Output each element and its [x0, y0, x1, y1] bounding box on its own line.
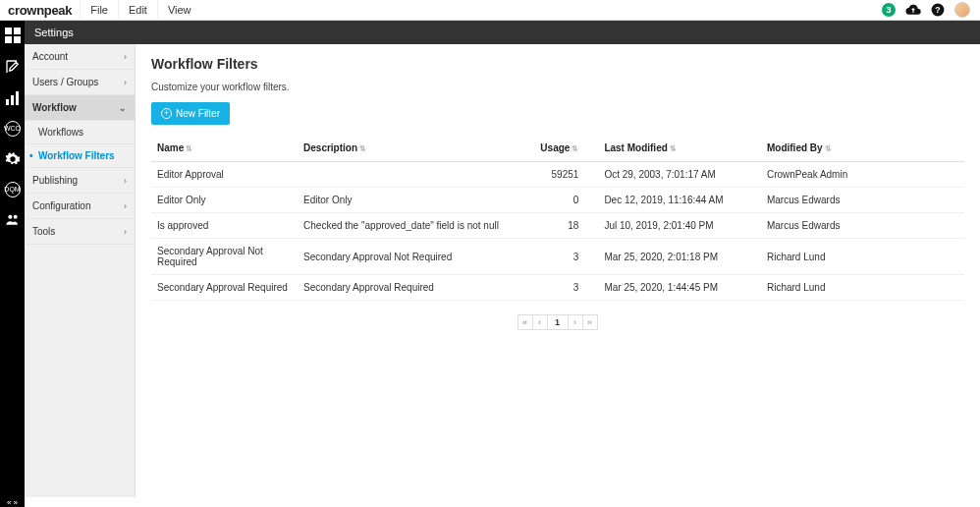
sidebar-item-users-groups[interactable]: Users / Groups › [25, 70, 135, 95]
col-name[interactable]: Name⇅ [151, 135, 298, 162]
sidebar-item-label: Account [32, 51, 68, 62]
cloud-icon[interactable] [905, 4, 921, 16]
menu-file[interactable]: File [80, 0, 118, 21]
page-title: Workflow Filters [151, 56, 964, 72]
chevron-right-icon: › [124, 78, 127, 87]
sidebar-item-label: Tools [32, 226, 55, 237]
cell-last-modified: Dec 12, 2019, 11:16:44 AM [598, 188, 761, 213]
chevron-right-icon: › [124, 201, 127, 211]
svg-rect-6 [6, 99, 9, 105]
sidebar-item-publishing[interactable]: Publishing › [25, 168, 135, 194]
svg-point-10 [13, 215, 17, 219]
cell-description: Secondary Approval Required [298, 275, 517, 301]
main-content: Workflow Filters Customize your workflow… [136, 44, 980, 497]
svg-rect-5 [14, 36, 21, 43]
cell-usage: 18 [517, 213, 599, 239]
sidebar-item-label: Configuration [32, 200, 90, 211]
pagination: « ‹ 1 › » [151, 314, 964, 330]
sidebar-item-account[interactable]: Account › [25, 44, 135, 70]
sidebar-item-workflow[interactable]: Workflow ⌄ [25, 95, 135, 121]
new-filter-button[interactable]: + New Filter [151, 102, 230, 125]
chevron-right-icon: › [124, 52, 127, 62]
cell-description: Checked the "approved_date" field is not… [298, 213, 517, 239]
settings-sidebar: Account › Users / Groups › Workflow ⌄ Wo… [25, 44, 136, 497]
topbar-right: 3 ? [882, 2, 980, 18]
settings-icon[interactable] [4, 150, 22, 168]
cell-usage: 0 [517, 188, 599, 213]
chevron-right-icon: › [124, 176, 127, 186]
svg-point-9 [8, 215, 12, 219]
cell-description [298, 162, 517, 188]
rail-expand-toggle[interactable]: « » [0, 497, 25, 507]
table-row[interactable]: Secondary Approval RequiredSecondary App… [151, 275, 964, 301]
filters-table: Name⇅ Description⇅ Usage⇅ Last Modified⇅… [151, 135, 964, 301]
svg-rect-3 [14, 28, 21, 34]
col-modified-by[interactable]: Modified By⇅ [761, 135, 964, 162]
svg-text:?: ? [935, 5, 940, 15]
svg-rect-2 [5, 28, 12, 34]
icon-rail: WCO DQM [0, 21, 25, 497]
cell-last-modified: Mar 25, 2020, 2:01:18 PM [598, 239, 761, 275]
sidebar-sub-workflow-filters[interactable]: Workflow Filters [25, 144, 135, 168]
table-row[interactable]: Editor OnlyEditor Only0Dec 12, 2019, 11:… [151, 188, 964, 213]
cell-description: Secondary Approval Not Required [298, 239, 517, 275]
analytics-icon[interactable] [4, 89, 22, 107]
col-usage[interactable]: Usage⇅ [517, 135, 599, 162]
menu-edit[interactable]: Edit [118, 0, 157, 21]
menu-view[interactable]: View [157, 0, 201, 21]
pager-current[interactable]: 1 [547, 314, 569, 330]
dqm-icon[interactable]: DQM [5, 182, 21, 197]
top-bar: crownpeak File Edit View 3 ? [0, 0, 980, 21]
svg-rect-8 [16, 91, 19, 105]
chevron-down-icon: ⌄ [119, 103, 127, 113]
wco-icon[interactable]: WCO [5, 121, 21, 137]
pager-next[interactable]: › [568, 314, 583, 330]
sidebar-sub-workflows[interactable]: Workflows [25, 121, 135, 144]
sort-icon: ⇅ [572, 144, 578, 153]
col-description[interactable]: Description⇅ [298, 135, 517, 162]
dashboard-icon[interactable] [4, 27, 22, 44]
new-filter-label: New Filter [176, 108, 220, 119]
page-subtitle: Customize your workflow filters. [151, 82, 964, 92]
edit-icon[interactable] [4, 58, 22, 76]
cell-last-modified: Jul 10, 2019, 2:01:40 PM [598, 213, 761, 239]
pager-prev[interactable]: ‹ [532, 314, 548, 330]
sidebar-item-label: Users / Groups [32, 77, 98, 87]
svg-rect-4 [5, 36, 12, 43]
chevron-right-icon: › [124, 227, 127, 237]
notification-badge[interactable]: 3 [882, 3, 896, 17]
plus-icon: + [161, 108, 172, 119]
table-row[interactable]: Editor Approval59251Oct 29, 2003, 7:01:1… [151, 162, 964, 188]
cell-name: Secondary Approval Not Required [151, 239, 298, 275]
cell-usage: 59251 [517, 162, 599, 188]
pager-last[interactable]: » [582, 314, 598, 330]
sort-icon: ⇅ [186, 144, 192, 153]
cell-usage: 3 [517, 275, 599, 301]
table-row[interactable]: Secondary Approval Not RequiredSecondary… [151, 239, 964, 275]
cell-modified-by: Marcus Edwards [761, 213, 964, 239]
pager-first[interactable]: « [517, 314, 533, 330]
sidebar-item-label: Publishing [32, 175, 78, 186]
users-icon[interactable] [4, 211, 22, 229]
sort-icon: ⇅ [359, 144, 366, 153]
cell-name: Editor Only [151, 188, 298, 213]
cell-modified-by: Richard Lund [761, 239, 964, 275]
table-row[interactable]: Is approvedChecked the "approved_date" f… [151, 213, 964, 239]
sidebar-item-configuration[interactable]: Configuration › [25, 194, 135, 219]
cell-modified-by: Richard Lund [761, 275, 964, 301]
cell-name: Secondary Approval Required [151, 275, 298, 301]
cell-description: Editor Only [298, 188, 517, 213]
user-avatar[interactable] [954, 2, 970, 18]
cell-name: Is approved [151, 213, 298, 239]
sidebar-item-tools[interactable]: Tools › [25, 219, 135, 245]
cell-modified-by: Marcus Edwards [761, 188, 964, 213]
cell-last-modified: Oct 29, 2003, 7:01:17 AM [598, 162, 761, 188]
cell-modified-by: CrownPeak Admin [761, 162, 964, 188]
help-icon[interactable]: ? [931, 3, 945, 17]
sort-icon: ⇅ [670, 144, 677, 153]
svg-rect-7 [11, 95, 14, 105]
col-last-modified[interactable]: Last Modified⇅ [598, 135, 761, 162]
cell-usage: 3 [517, 239, 599, 275]
brand-logo: crownpeak [0, 3, 80, 18]
main-menu: File Edit View [80, 0, 200, 21]
